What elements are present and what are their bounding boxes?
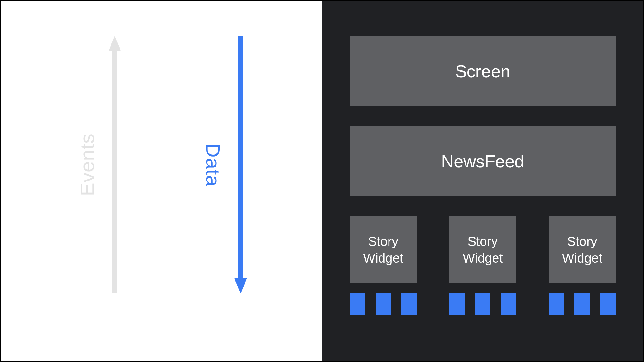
newsfeed-box: NewsFeed [350,126,616,196]
svg-marker-0 [108,36,121,293]
blue-block [501,293,516,315]
blue-block [549,293,564,315]
blue-block [401,293,417,315]
blue-block [350,293,365,315]
events-arrow-block: Events [76,36,121,293]
story-row: Story Widget Story Widget Story Widget [350,216,616,283]
right-panel: Screen NewsFeed Story Widget Story Widge… [322,1,644,361]
blue-block [376,293,391,315]
story-widget: Story Widget [350,216,417,283]
diagram-container: Events Data Screen NewsFeed Story Widget… [0,0,644,362]
data-label: Data [202,143,225,187]
blue-block [574,293,590,315]
blue-block [449,293,465,315]
blue-group [449,293,516,315]
story-widget: Story Widget [549,216,616,283]
blue-group [350,293,417,315]
svg-marker-1 [234,36,247,293]
blue-row [350,293,616,315]
blue-group [549,293,616,315]
blue-block [475,293,490,315]
data-arrow-block: Data [202,36,247,293]
events-label: Events [76,133,99,196]
screen-box: Screen [350,36,616,106]
blue-block [600,293,616,315]
story-widget: Story Widget [449,216,516,283]
arrow-up-icon [108,36,121,293]
left-panel: Events Data [1,1,322,361]
arrow-down-icon [234,36,247,293]
